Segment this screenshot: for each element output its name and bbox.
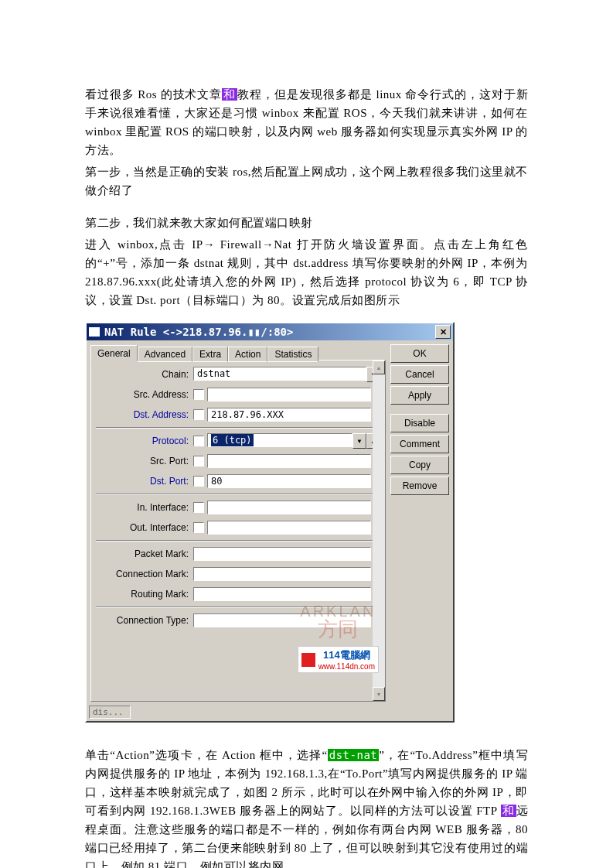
in-interface-input[interactable] <box>207 501 371 514</box>
src-address-invert-checkbox[interactable] <box>193 389 204 400</box>
protocol-input[interactable]: 6 (tcp) <box>207 433 352 447</box>
comment-button[interactable]: Comment <box>390 435 449 453</box>
in-interface-invert-checkbox[interactable] <box>193 502 204 513</box>
apply-button[interactable]: Apply <box>390 386 449 405</box>
out-interface-label: Out. Interface: <box>96 522 193 533</box>
window-icon <box>89 327 100 337</box>
out-interface-invert-checkbox[interactable] <box>193 522 204 533</box>
connection-type-input[interactable] <box>193 613 371 627</box>
in-interface-label: In. Interface: <box>96 502 193 513</box>
panel-scrollbar[interactable]: ▲ ▼ <box>373 361 385 701</box>
out-interface-input[interactable] <box>207 521 371 535</box>
paragraph-2: 第一步，当然是正确的安装 ros,然后配置上网成功，这个网上教程很多我们这里就不… <box>85 162 528 200</box>
chain-input[interactable]: dstnat <box>193 367 366 381</box>
cancel-button[interactable]: Cancel <box>390 365 449 384</box>
remove-button[interactable]: Remove <box>390 477 449 495</box>
watermark-logo-icon <box>301 653 315 667</box>
tab-extra[interactable]: Extra <box>192 347 228 362</box>
paragraph-1: 看过很多 Ros 的技术文章和教程，但是发现很多都是 linux 命令行式的，这… <box>85 85 528 159</box>
tab-statistics[interactable]: Statistics <box>267 347 318 362</box>
src-port-input[interactable] <box>207 454 371 468</box>
dst-port-label: Dst. Port: <box>96 476 193 487</box>
tab-panel-general: ▲ ▼ Chain: dstnat ▼ Src. Address: <box>90 360 386 702</box>
highlight-purple-2: 和 <box>501 805 516 817</box>
status-text: dis... <box>89 706 131 719</box>
paragraph-3: 第二步，我们就来教大家如何配置端口映射 <box>85 214 528 232</box>
routing-mark-input[interactable] <box>193 587 371 601</box>
dialog-title-text: NAT Rule <->218.87.96.▮▮/:80> <box>104 326 293 338</box>
paragraph-4: 进入 winbox,点击 IP→ Firewall→Nat 打开防火墙设置界面。… <box>85 235 528 309</box>
protocol-label: Protocol: <box>96 436 193 446</box>
nat-rule-dialog: NAT Rule <->218.87.96.▮▮/:80> ✕ General … <box>85 322 455 723</box>
status-bar: dis... <box>89 706 451 719</box>
close-button[interactable]: ✕ <box>435 325 451 339</box>
tab-general[interactable]: General <box>90 345 138 361</box>
protocol-invert-checkbox[interactable] <box>193 436 204 446</box>
scroll-up-icon[interactable]: ▲ <box>373 361 385 374</box>
dialog-button-column: OK Cancel Apply Disable Comment Copy Rem… <box>390 344 449 702</box>
chain-label: Chain: <box>96 369 193 380</box>
scroll-down-icon[interactable]: ▼ <box>373 687 385 701</box>
highlight-purple: 和 <box>222 88 237 101</box>
dst-address-invert-checkbox[interactable] <box>193 409 204 420</box>
connection-mark-label: Connection Mark: <box>96 569 193 579</box>
src-port-invert-checkbox[interactable] <box>193 456 204 466</box>
paragraph-5: 单击“Action”选项卡，在 Action 框中，选择“dst-nat”，在“… <box>85 746 528 868</box>
protocol-dropdown-icon[interactable]: ▼ <box>352 433 366 449</box>
dst-address-label: Dst. Address: <box>96 409 193 420</box>
connection-mark-input[interactable] <box>193 567 371 581</box>
dst-address-input[interactable]: 218.87.96.XXX <box>207 408 371 422</box>
dst-port-input[interactable]: 80 <box>207 474 371 488</box>
packet-mark-label: Packet Mark: <box>96 548 193 559</box>
dst-port-invert-checkbox[interactable] <box>193 476 204 487</box>
dialog-titlebar[interactable]: NAT Rule <->218.87.96.▮▮/:80> ✕ <box>87 323 453 340</box>
routing-mark-label: Routing Mark: <box>96 589 193 600</box>
tab-action[interactable]: Action <box>228 347 267 362</box>
ok-button[interactable]: OK <box>390 344 449 363</box>
packet-mark-input[interactable] <box>193 547 371 561</box>
connection-type-label: Connection Type: <box>96 615 193 626</box>
tab-bar: General Advanced Extra Action Statistics <box>90 344 386 361</box>
disable-button[interactable]: Disable <box>390 414 449 432</box>
tab-advanced[interactable]: Advanced <box>138 347 192 362</box>
src-port-label: Src. Port: <box>96 456 193 466</box>
src-address-input[interactable] <box>207 388 371 402</box>
highlight-green: dst-nat <box>328 749 380 761</box>
copy-button[interactable]: Copy <box>390 456 449 474</box>
src-address-label: Src. Address: <box>96 389 193 400</box>
